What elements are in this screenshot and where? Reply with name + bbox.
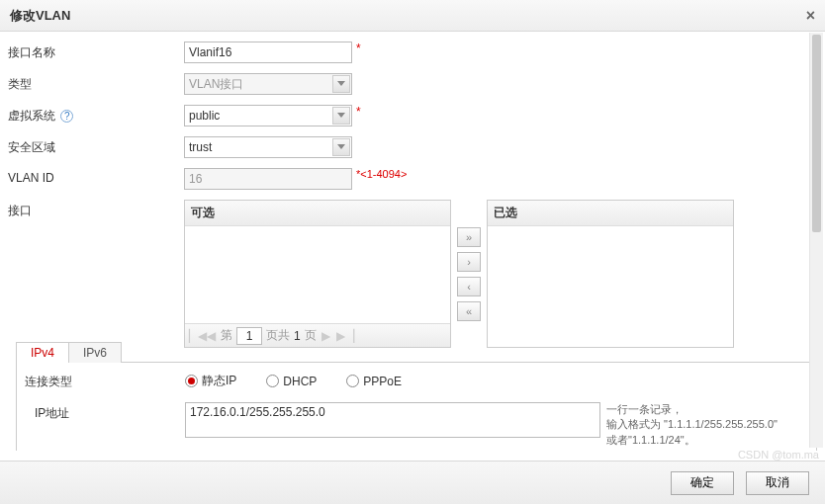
move-left-button[interactable]: ‹ (457, 277, 481, 296)
radio-pppoe[interactable]: PPPoE (346, 375, 402, 388)
tab-strip: IPv4 IPv6 (16, 342, 121, 363)
dialog-title: 修改VLAN (10, 7, 70, 25)
ok-button[interactable]: 确定 (671, 471, 734, 495)
zone-select[interactable]: trust (184, 136, 352, 158)
pager-first-icon[interactable]: ▏◀ (189, 329, 201, 343)
move-right-button[interactable]: › (457, 252, 481, 272)
vsys-select-value: public (189, 109, 220, 123)
available-list-body[interactable] (185, 226, 450, 323)
required-marker: * (356, 42, 361, 55)
dual-list: 可选 ▏◀ ◀ 第 页共 1 页 ▶ ▶▕ » › ‹ « (184, 200, 734, 348)
label-ifname: 接口名称 (8, 42, 184, 61)
help-icon[interactable]: ? (60, 110, 73, 123)
ip-address-textarea[interactable] (185, 402, 600, 438)
label-zone: 安全区域 (8, 136, 184, 156)
label-interface: 接口 (8, 200, 184, 219)
svg-marker-1 (337, 113, 345, 118)
available-list[interactable]: 可选 ▏◀ ◀ 第 页共 1 页 ▶ ▶▕ (184, 200, 451, 348)
pager-last-icon[interactable]: ▶▕ (336, 329, 348, 343)
tab-ipv4[interactable]: IPv4 (16, 342, 69, 363)
pager-page-input[interactable] (236, 327, 262, 345)
label-type: 类型 (8, 73, 184, 93)
move-all-right-button[interactable]: » (457, 227, 481, 247)
label-ip-addr: IP地址 (25, 402, 185, 422)
scrollbar[interactable] (809, 33, 823, 448)
pager-next-icon[interactable]: ▶ (321, 329, 332, 343)
pager-total: 1 (294, 329, 301, 343)
close-icon[interactable]: × (806, 7, 815, 25)
pager-prefix: 第 (221, 327, 232, 344)
dialog-content: 接口名称 * 类型 VLAN接口 虚拟系统 ? public * 安全区域 tr… (0, 32, 825, 451)
ip-hint: 一行一条记录， 输入格式为 "1.1.1.1/255.255.255.0" 或者… (606, 402, 778, 448)
pager-prev-icon[interactable]: ◀ (205, 329, 217, 343)
available-list-header: 可选 (185, 201, 450, 226)
radio-icon (266, 375, 279, 387)
chevron-down-icon (332, 75, 350, 93)
chevron-down-icon (332, 138, 350, 156)
move-all-left-button[interactable]: « (457, 301, 481, 321)
dialog-footer: 确定 取消 (0, 461, 825, 504)
label-vlanid: VLAN ID (8, 168, 184, 185)
ip-tabs-container: IPv4 IPv6 连接类型 静态IP DHCP PPPoE IP地址 一行一条… (16, 362, 817, 451)
chevron-down-icon (332, 107, 350, 125)
cancel-button[interactable]: 取消 (746, 471, 809, 495)
type-select-value: VLAN接口 (189, 76, 243, 93)
pager-suffix-b: 页 (305, 327, 317, 344)
svg-marker-2 (337, 144, 345, 149)
scrollbar-thumb[interactable] (812, 35, 821, 232)
selected-list-header: 已选 (488, 201, 733, 226)
interface-name-input[interactable] (184, 42, 352, 63)
pager-suffix-a: 页共 (266, 327, 290, 344)
selected-list[interactable]: 已选 (487, 200, 734, 348)
radio-icon (185, 375, 198, 387)
zone-select-value: trust (189, 140, 212, 154)
selected-list-body[interactable] (488, 226, 733, 347)
label-conn-type: 连接类型 (25, 371, 185, 390)
vsys-select[interactable]: public (184, 105, 352, 126)
radio-static[interactable]: 静态IP (185, 373, 236, 389)
svg-marker-0 (337, 81, 345, 86)
tab-ipv6[interactable]: IPv6 (68, 342, 122, 363)
required-marker: * (356, 105, 361, 119)
conn-type-radios: 静态IP DHCP PPPoE (185, 371, 402, 389)
type-select: VLAN接口 (184, 73, 352, 95)
radio-dhcp[interactable]: DHCP (266, 375, 317, 388)
vlan-id-hint: *<1-4094> (356, 168, 407, 180)
dialog-title-bar: 修改VLAN × (0, 0, 825, 32)
move-buttons: » › ‹ « (451, 200, 487, 348)
label-vsys: 虚拟系统 ? (8, 105, 184, 125)
radio-icon (346, 375, 359, 387)
vlan-id-input (184, 168, 352, 190)
pager: ▏◀ ◀ 第 页共 1 页 ▶ ▶▕ (185, 323, 450, 347)
